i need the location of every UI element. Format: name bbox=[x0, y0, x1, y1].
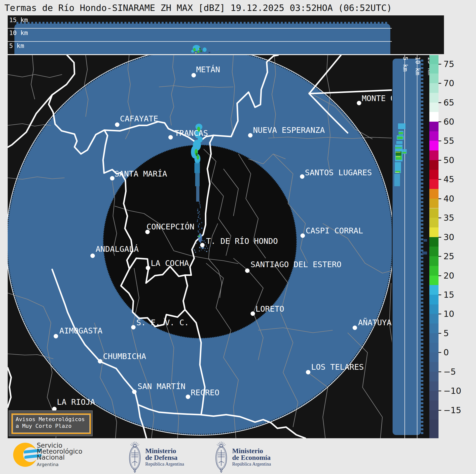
smn-line-3: Nacional bbox=[37, 454, 82, 460]
colorbar-segment bbox=[429, 218, 439, 227]
colorbar-tick bbox=[439, 333, 441, 334]
city-dot bbox=[132, 390, 137, 394]
city-label: METÁN bbox=[196, 65, 220, 74]
colorbar-segment bbox=[429, 237, 439, 247]
right-cross-section-echo bbox=[397, 137, 403, 139]
city-dot bbox=[245, 268, 250, 273]
colorbar-segment bbox=[429, 410, 439, 420]
ministry-economia-subtitle: República Argentina bbox=[232, 461, 271, 467]
notice-line-1: Avisos Meteorológicos bbox=[16, 416, 90, 423]
radar-map: METÁNMONTE QCAFAYATETRANCASNUEVA ESPERAN… bbox=[8, 55, 429, 438]
city-label: CASPI CORRAL bbox=[306, 226, 363, 235]
colorbar-segment bbox=[429, 304, 439, 314]
city-label: CONCEPCIÓN bbox=[146, 222, 194, 231]
right-cross-section-echo bbox=[402, 152, 406, 153]
top-cross-section-echo bbox=[209, 52, 210, 53]
alt-label-alt10: 10 km bbox=[414, 57, 421, 75]
colorbar-label: 20 bbox=[443, 271, 454, 280]
city-label: SANTA MARÍA bbox=[114, 169, 167, 179]
colorbar-label: 15 bbox=[443, 291, 454, 299]
colorbar-segment bbox=[429, 150, 439, 160]
city-dot bbox=[110, 176, 114, 181]
ministry-economia-line-2: de Economía bbox=[232, 454, 271, 461]
colorbar-label: 40 bbox=[443, 194, 454, 203]
colorbar-label: 70 bbox=[443, 79, 454, 87]
ministry-economia-line-1: Ministerio bbox=[232, 447, 271, 454]
top-cross-section-echo bbox=[193, 48, 196, 51]
colorbar-segment bbox=[429, 266, 439, 276]
colorbar-tick bbox=[439, 352, 441, 353]
colorbar-label: −15 bbox=[443, 406, 461, 414]
city-label: LORETO bbox=[256, 304, 284, 314]
city-dot bbox=[306, 370, 310, 374]
city-dot bbox=[300, 174, 304, 179]
city-label: S. F. V. C. bbox=[136, 318, 189, 327]
city-dot bbox=[353, 326, 357, 330]
right-cross-section-panel: 5 km10 km15 km bbox=[393, 55, 429, 438]
colorbar-tick bbox=[439, 121, 441, 122]
province-border bbox=[309, 55, 396, 94]
city-label: SANTIAGO DEL ESTERO bbox=[251, 260, 341, 269]
colorbar-segment bbox=[429, 401, 439, 410]
colorbar-segment bbox=[429, 391, 439, 401]
colorbar-segment bbox=[429, 170, 439, 180]
department-border bbox=[8, 74, 62, 77]
radar-echo bbox=[196, 186, 199, 202]
colorbar-segment bbox=[429, 343, 439, 353]
colorbar-segment bbox=[429, 160, 439, 170]
top-cross-section-echoes bbox=[8, 15, 444, 54]
top-cross-section-echo bbox=[199, 49, 199, 49]
colorbar-tick bbox=[439, 314, 441, 314]
ministry-defensa: Ministerio de Defensa República Argentin… bbox=[145, 447, 184, 467]
radar-echo bbox=[196, 153, 198, 156]
city-dot bbox=[248, 133, 253, 138]
right-cross-section-echo bbox=[396, 152, 401, 152]
colorbar-label: 5 bbox=[443, 329, 449, 337]
colorbar-segment bbox=[429, 333, 439, 343]
colorbar-label: 75 bbox=[443, 60, 454, 68]
city-label: LOS TELARES bbox=[311, 362, 364, 372]
colorbar-segment bbox=[429, 420, 439, 438]
right-cross-section-echo bbox=[399, 132, 403, 134]
notice-box: Avisos Meteorológicos a Muy Corto Plazo bbox=[11, 413, 91, 434]
colorbar-tick bbox=[439, 256, 441, 257]
radar-echo bbox=[195, 173, 200, 186]
colorbar-label: 50 bbox=[443, 156, 454, 164]
city-dot bbox=[251, 311, 255, 316]
city-label: SANTOS LUGARES bbox=[305, 168, 372, 177]
colorbar-label: 0 bbox=[443, 348, 449, 357]
coat-of-arms-defensa-icon bbox=[127, 441, 143, 473]
colorbar-label: 60 bbox=[443, 117, 454, 126]
colorbar-segment bbox=[429, 103, 439, 112]
colorbar-segment bbox=[429, 112, 439, 122]
city-label: AÑATUYA bbox=[358, 318, 392, 327]
colorbar-segment bbox=[429, 83, 439, 93]
smn-wordmark: Servicio Meteorológico Nacional Argentin… bbox=[37, 442, 82, 468]
colorbar-tick bbox=[439, 102, 441, 103]
city-dot bbox=[115, 122, 119, 127]
colorbar-tick bbox=[439, 410, 441, 411]
colorbar-tick bbox=[439, 218, 441, 218]
colorbar-segment bbox=[429, 141, 439, 150]
dbz-colorbar: 757065605550454035302520151050−5−10−15 bbox=[429, 55, 439, 438]
colorbar-label: 25 bbox=[443, 252, 454, 260]
colorbar-segment bbox=[429, 199, 439, 208]
city-label: MONTE Q bbox=[362, 94, 395, 103]
top-cross-section-panel: 15 km 10 km 5 km bbox=[8, 15, 444, 54]
right-cross-section-echo bbox=[422, 252, 427, 255]
city-dot bbox=[131, 325, 136, 329]
colorbar-segment bbox=[429, 208, 439, 218]
colorbar-segment bbox=[429, 122, 439, 131]
colorbar-tick bbox=[439, 275, 441, 276]
notice-line-2: a Muy Corto Plazo bbox=[16, 423, 90, 429]
city-dot bbox=[186, 395, 190, 399]
city-label: AIMOGASTA bbox=[59, 326, 102, 335]
colorbar-segment bbox=[429, 64, 439, 74]
right-cross-section-echo bbox=[424, 239, 427, 242]
colorbar-segment bbox=[429, 372, 439, 381]
right-cross-section-echo bbox=[395, 172, 399, 173]
colorbar-tick bbox=[439, 179, 441, 180]
footer: Servicio Meteorológico Nacional Argentin… bbox=[0, 439, 476, 474]
radar-echo bbox=[194, 163, 200, 173]
city-label: ANDALGALÁ bbox=[96, 244, 139, 254]
